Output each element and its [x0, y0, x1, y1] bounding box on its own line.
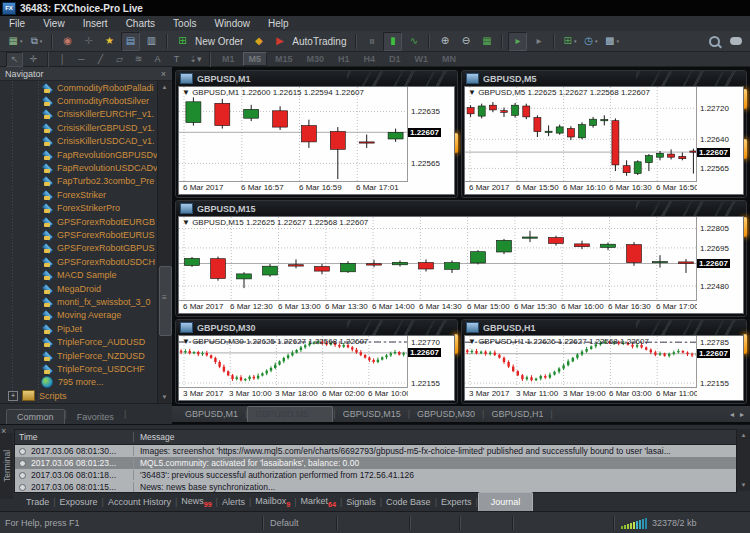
- navigator-item[interactable]: Moving Average: [0, 309, 158, 322]
- horizontal-line-tool[interactable]: ─: [73, 52, 90, 67]
- navigator-item[interactable]: CrisisKillerGBPUSD_v1.: [0, 121, 158, 134]
- price-scale[interactable]: 1.227201.226401.225651.22607: [696, 87, 743, 182]
- periods-button[interactable]: ◷▾: [581, 32, 600, 51]
- navigator-item[interactable]: FapRevolutionUSDCADv: [0, 161, 158, 174]
- navigator-item[interactable]: CrisisKillerEURCHF_v1.: [0, 108, 158, 121]
- templates-button[interactable]: ▩▾: [602, 32, 621, 51]
- menu-charts[interactable]: Charts: [117, 16, 164, 31]
- scroll-down-icon[interactable]: ▼: [158, 391, 171, 403]
- status-profile[interactable]: Default: [263, 516, 337, 530]
- menu-insert[interactable]: Insert: [74, 16, 117, 31]
- timeframe-m15[interactable]: M15: [269, 52, 299, 66]
- navigator-item[interactable]: ForexStrikerPro: [0, 202, 158, 215]
- chart-body[interactable]: ▼ GBPUSD,M30 1.22625 1.22627 1.22568 1.2…: [178, 335, 455, 401]
- navigator-item[interactable]: FapTurbo2.3combo_Pre: [0, 175, 158, 188]
- tab-scroll-right-icon[interactable]: ▸: [740, 410, 744, 419]
- chart-tab-gbpusd-h1[interactable]: GBPUSD,H1: [484, 407, 550, 421]
- indicators-button[interactable]: ⊞▾: [560, 32, 579, 51]
- bar-chart-button[interactable]: |||: [362, 32, 381, 51]
- navigator-titlebar[interactable]: Navigator ×: [0, 67, 172, 81]
- terminal-close-icon[interactable]: ×: [1, 426, 6, 436]
- terminal-tab-mailbox[interactable]: Mailbox9: [251, 494, 294, 510]
- terminal-tab-news[interactable]: News99: [177, 494, 215, 510]
- terminal-tab-journal[interactable]: Journal: [478, 492, 534, 511]
- arrows-tool[interactable]: ⇣▾: [187, 52, 204, 67]
- fibonacci-tool[interactable]: ≋: [130, 52, 147, 67]
- navigator-item[interactable]: CrisisKillerUSDCAD_v1.: [0, 135, 158, 148]
- crosshair-tool[interactable]: ✛: [25, 52, 42, 67]
- terminal-tab-alerts[interactable]: Alerts: [218, 495, 249, 509]
- chart-window-h1[interactable]: GBPUSD,H1▼ GBPUSD,H1 1.22626 1.22627 1.2…: [461, 319, 747, 404]
- chart-window-titlebar[interactable]: GBPUSD,M15: [176, 201, 746, 216]
- timeframe-w1[interactable]: W1: [409, 52, 435, 66]
- navigator-item[interactable]: CommodityRobotPalladi: [0, 81, 158, 94]
- channel-tool[interactable]: ▱: [111, 52, 128, 67]
- menu-file[interactable]: File: [0, 16, 34, 31]
- chart-body[interactable]: ▼ GBPUSD,M5 1.22625 1.22627 1.22568 1.22…: [464, 86, 744, 195]
- terminal-tab-market[interactable]: Market64: [297, 494, 340, 510]
- window-titlebar[interactable]: FX 36483: FXChoice-Pro Live: [0, 0, 750, 16]
- timeframe-m30[interactable]: M30: [301, 52, 331, 66]
- timeframe-m5[interactable]: M5: [243, 52, 268, 66]
- chart-window-m15[interactable]: GBPUSD,M15▼ GBPUSD,M15 1.22625 1.22627 1…: [175, 200, 747, 317]
- chart-window-titlebar[interactable]: GBPUSD,M1: [176, 71, 457, 86]
- navigator-item[interactable]: GPSForexRobotUSDCH: [0, 255, 158, 268]
- zoom-in-button[interactable]: ⊕: [435, 32, 454, 51]
- navigator-item[interactable]: PipJet: [0, 322, 158, 335]
- terminal-tab-signals[interactable]: Signals: [342, 495, 380, 509]
- journal-row[interactable]: 2017.03.06 08:01:30...Images: screenshot…: [15, 445, 736, 457]
- navigator-item-more[interactable]: 795 more...: [0, 376, 158, 389]
- candlestick-chart-button[interactable]: ▮: [383, 32, 402, 51]
- label-tool[interactable]: T: [168, 52, 185, 67]
- zoom-out-button[interactable]: ⊖: [456, 32, 475, 51]
- data-window-button[interactable]: ▥: [142, 32, 161, 51]
- timeframe-m1[interactable]: M1: [216, 52, 241, 66]
- auto-scroll-button[interactable]: ▸: [508, 32, 527, 51]
- price-scale[interactable]: 1.227851.221551.22607: [696, 336, 743, 388]
- chart-tab-gbpusd-m1[interactable]: GBPUSD,M1: [178, 407, 245, 421]
- price-scale[interactable]: 1.228051.226951.224801.22607: [696, 217, 743, 301]
- new-order-button[interactable]: ⊞: [173, 32, 192, 51]
- chart-plot[interactable]: [465, 87, 699, 182]
- chart-tab-gbpusd-m5[interactable]: GBPUSD,M5: [247, 406, 333, 422]
- time-axis[interactable]: 6 Mar 20176 Mar 16:576 Mar 16:596 Mar 17…: [179, 181, 408, 194]
- chart-window-titlebar[interactable]: GBPUSD,M5: [462, 71, 746, 86]
- navigator-item[interactable]: monti_fx_swissbot_3_0: [0, 295, 158, 308]
- time-axis[interactable]: 3 Mar 20173 Mar 10:003 Mar 18:006 Mar 02…: [179, 387, 408, 400]
- terminal-tab-experts[interactable]: Experts: [437, 495, 476, 509]
- line-chart-button[interactable]: ∿: [404, 32, 423, 51]
- navigator-item[interactable]: TripleForce_NZDUSD: [0, 349, 158, 362]
- navigator-item[interactable]: MACD Sample: [0, 268, 158, 281]
- crosshair-button[interactable]: ✛: [79, 32, 98, 51]
- chart-body[interactable]: ▼ GBPUSD,M1 1.22600 1.22615 1.22594 1.22…: [178, 86, 455, 195]
- journal-row[interactable]: 2017.03.06 08:01:23...MQL5.community: ac…: [15, 457, 736, 469]
- navigator-item[interactable]: GPSForexRobotEURGB: [0, 215, 158, 228]
- profiles-button[interactable]: ⧉▾: [27, 32, 46, 51]
- deposit-button[interactable]: ◆: [249, 32, 268, 51]
- autotrading-button[interactable]: ▶: [270, 32, 289, 51]
- text-tool[interactable]: A: [149, 52, 166, 67]
- terminal-tab-code-base[interactable]: Code Base: [382, 495, 435, 509]
- chart-plot[interactable]: [179, 217, 699, 301]
- chart-tab-gbpusd-m15[interactable]: GBPUSD,M15: [336, 407, 408, 421]
- time-axis[interactable]: 3 Mar 20173 Mar 11:003 Mar 19:006 Mar 03…: [465, 387, 697, 400]
- chart-body[interactable]: ▼ GBPUSD,H1 1.22626 1.22627 1.22568 1.22…: [464, 335, 744, 401]
- chart-window-m30[interactable]: GBPUSD,M30▼ GBPUSD,M30 1.22625 1.22627 1…: [175, 319, 458, 404]
- navigator-item[interactable]: GPSForexRobotGBPUS: [0, 242, 158, 255]
- cursor-tool[interactable]: ↖: [6, 52, 23, 67]
- navigator-tab-favorites[interactable]: Favorites: [67, 410, 124, 424]
- chart-body[interactable]: ▼ GBPUSD,M15 1.22625 1.22627 1.22568 1.2…: [178, 216, 744, 314]
- price-scale[interactable]: 1.226351.225651.22607: [407, 87, 454, 182]
- chart-window-m5[interactable]: GBPUSD,M5▼ GBPUSD,M5 1.22625 1.22627 1.2…: [461, 70, 747, 198]
- time-axis[interactable]: 6 Mar 20176 Mar 12:306 Mar 13:006 Mar 13…: [179, 300, 697, 313]
- menu-view[interactable]: View: [34, 16, 74, 31]
- timeframe-h4[interactable]: H4: [358, 52, 382, 66]
- terminal-side-label[interactable]: Terminal: [0, 433, 13, 499]
- time-axis[interactable]: 6 Mar 20176 Mar 15:506 Mar 16:106 Mar 16…: [465, 181, 697, 194]
- menu-window[interactable]: Window: [205, 16, 259, 31]
- navigator-item[interactable]: MegaDroid: [0, 282, 158, 295]
- market-watch-button[interactable]: ◉: [58, 32, 77, 51]
- terminal-tab-account-history[interactable]: Account History: [104, 495, 175, 509]
- search-icon[interactable]: [709, 36, 720, 47]
- terminal-tab-trade[interactable]: Trade: [22, 495, 53, 509]
